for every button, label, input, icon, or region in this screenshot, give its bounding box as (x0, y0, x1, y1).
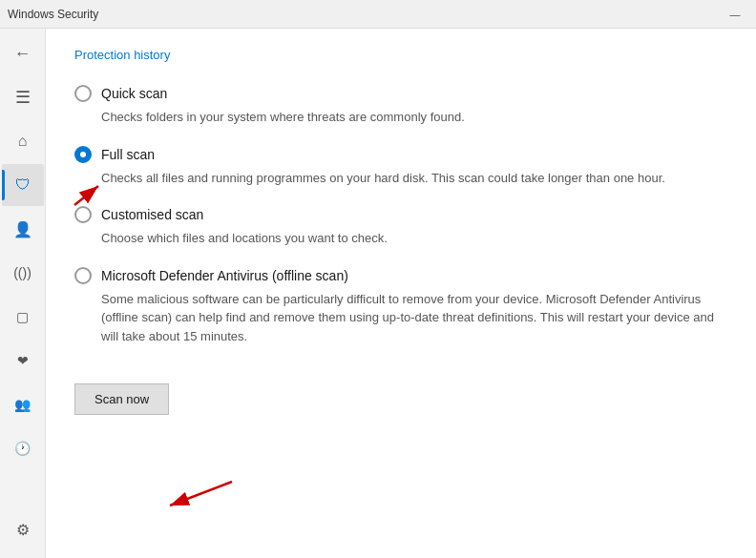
svg-line-3 (170, 482, 232, 506)
title-bar: Windows Security — (0, 0, 756, 29)
scan-option-full-header: Full scan (74, 146, 727, 163)
scan-now-button[interactable]: Scan now (74, 383, 169, 415)
scan-option-offline-label: Microsoft Defender Antivirus (offline sc… (101, 268, 348, 283)
history-icon: 🕐 (14, 441, 31, 456)
app-title: Windows Security (8, 8, 98, 21)
scan-option-custom-desc: Choose which files and locations you wan… (101, 229, 727, 248)
scan-option-custom-header: Customised scan (74, 206, 727, 223)
radio-quick[interactable] (74, 85, 92, 102)
scan-option-quick-desc: Checks folders in your system where thre… (101, 108, 727, 127)
scan-option-full-desc: Checks all files and running programmes … (101, 169, 727, 188)
health-icon: ❤ (17, 353, 29, 368)
radio-custom[interactable] (74, 206, 92, 223)
sidebar-item-account[interactable]: 👤 (2, 208, 44, 250)
breadcrumb[interactable]: Protection history (74, 48, 727, 62)
sidebar-item-back[interactable]: ← (2, 32, 44, 74)
sidebar-item-menu[interactable]: ☰ (2, 76, 44, 118)
main-content: Protection history Quick scan Checks fol… (46, 29, 756, 558)
svg-line-2 (74, 186, 98, 205)
sidebar-item-network[interactable]: (()) (2, 252, 44, 294)
sidebar-item-shield[interactable]: 🛡 (2, 164, 44, 206)
scan-option-full-label: Full scan (101, 147, 155, 162)
scan-option-custom-label: Customised scan (101, 207, 203, 222)
sidebar-item-app[interactable]: ▢ (2, 296, 44, 338)
app-body: ← ☰ ⌂ 🛡 👤 (()) ▢ ❤ 👥 🕐 ⚙ (0, 29, 756, 558)
sidebar-item-health[interactable]: ❤ (2, 340, 44, 382)
settings-icon: ⚙ (16, 521, 30, 539)
scan-option-offline: Microsoft Defender Antivirus (offline sc… (74, 267, 727, 346)
window-controls: — (722, 5, 748, 24)
scan-option-quick-label: Quick scan (101, 86, 167, 101)
sidebar-item-family[interactable]: 👥 (2, 383, 44, 425)
back-icon: ← (14, 44, 32, 64)
scan-option-quick: Quick scan Checks folders in your system… (74, 85, 727, 127)
scan-option-offline-desc: Some malicious software can be particula… (101, 290, 727, 346)
minimize-button[interactable]: — (722, 5, 748, 24)
sidebar-item-settings[interactable]: ⚙ (2, 508, 44, 550)
radio-offline[interactable] (74, 267, 92, 284)
scan-option-custom: Customised scan Choose which files and l… (74, 206, 727, 248)
menu-icon: ☰ (15, 87, 31, 108)
home-icon: ⌂ (18, 133, 28, 150)
network-icon: (()) (13, 265, 32, 280)
scan-option-offline-header: Microsoft Defender Antivirus (offline sc… (74, 267, 727, 284)
radio-full[interactable] (74, 146, 92, 163)
account-icon: 👤 (13, 220, 32, 238)
sidebar: ← ☰ ⌂ 🛡 👤 (()) ▢ ❤ 👥 🕐 ⚙ (0, 29, 46, 558)
sidebar-item-history[interactable]: 🕐 (2, 427, 44, 469)
shield-icon: 🛡 (15, 176, 31, 194)
app-icon: ▢ (16, 309, 29, 324)
scan-option-quick-header: Quick scan (74, 85, 727, 102)
scan-option-full: Full scan Checks all files and running p… (74, 146, 727, 188)
sidebar-item-home[interactable]: ⌂ (2, 120, 44, 162)
family-icon: 👥 (14, 397, 31, 412)
sidebar-bottom: ⚙ (2, 508, 44, 558)
